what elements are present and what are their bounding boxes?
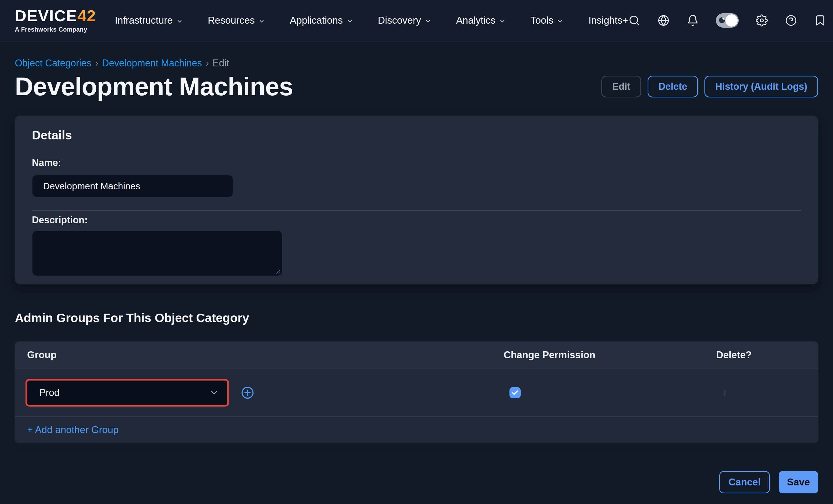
group-select[interactable]: Prod bbox=[27, 381, 228, 405]
globe-icon[interactable] bbox=[658, 14, 670, 27]
breadcrumb-separator: › bbox=[206, 57, 209, 69]
chevron-down-icon bbox=[557, 18, 563, 24]
help-icon[interactable] bbox=[785, 14, 797, 27]
history-audit-logs-button[interactable]: History (Audit Logs) bbox=[705, 76, 818, 97]
navbar-right-icons: A bbox=[628, 10, 833, 30]
menu-tools[interactable]: Tools bbox=[530, 15, 563, 26]
menu-discovery[interactable]: Discovery bbox=[378, 15, 431, 26]
device42-logo[interactable]: DEVICE42 A Freshworks Company bbox=[15, 8, 96, 33]
breadcrumb: Object Categories › Development Machines… bbox=[15, 57, 818, 69]
chevron-down-icon bbox=[209, 388, 219, 398]
cancel-button[interactable]: Cancel bbox=[719, 471, 770, 494]
moon-icon bbox=[718, 16, 726, 24]
delete-button[interactable]: Delete bbox=[648, 76, 698, 97]
menu-insights[interactable]: Insights+ bbox=[588, 15, 628, 26]
chevron-down-icon bbox=[499, 18, 505, 24]
chevron-down-icon bbox=[176, 18, 183, 24]
page-title: Development Machines bbox=[15, 72, 293, 101]
chevron-down-icon bbox=[258, 18, 265, 24]
change-permission-checkbox[interactable] bbox=[509, 387, 521, 398]
column-header-change-permission: Change Permission bbox=[504, 350, 716, 361]
divider bbox=[32, 210, 801, 211]
delete-checkbox[interactable] bbox=[723, 389, 726, 396]
footer-actions: Cancel Save bbox=[15, 471, 818, 494]
main-content: Object Categories › Development Machines… bbox=[0, 57, 833, 494]
table-footer-row: + Add another Group bbox=[15, 417, 818, 443]
top-navbar: DEVICE42 A Freshworks Company Infrastruc… bbox=[0, 0, 833, 42]
admin-groups-table: Group Change Permission Delete? Prod bbox=[15, 341, 818, 443]
title-row: Development Machines Edit Delete History… bbox=[15, 72, 818, 101]
details-card: Details Name: Description: bbox=[15, 116, 818, 284]
chevron-down-icon bbox=[347, 18, 353, 24]
description-textarea[interactable] bbox=[32, 231, 283, 276]
logo-tagline: A Freshworks Company bbox=[15, 26, 96, 33]
group-select-highlight: Prod bbox=[25, 379, 229, 407]
logo-42: 42 bbox=[77, 8, 96, 24]
logo-wordmark: DEVICE42 bbox=[15, 8, 96, 24]
name-label: Name: bbox=[32, 157, 801, 168]
details-heading: Details bbox=[32, 128, 801, 142]
toggle-knob bbox=[725, 14, 738, 27]
menu-applications[interactable]: Applications bbox=[290, 15, 353, 26]
breadcrumb-separator: › bbox=[95, 57, 98, 69]
column-header-group: Group bbox=[15, 350, 504, 361]
breadcrumb-object-categories[interactable]: Object Categories bbox=[15, 57, 91, 69]
menu-analytics[interactable]: Analytics bbox=[456, 15, 505, 26]
menu-resources[interactable]: Resources bbox=[208, 15, 265, 26]
breadcrumb-development-machines[interactable]: Development Machines bbox=[102, 57, 202, 69]
add-group-plus-icon[interactable] bbox=[241, 386, 255, 400]
name-input[interactable] bbox=[32, 175, 233, 197]
breadcrumb-current: Edit bbox=[213, 57, 229, 69]
search-icon[interactable] bbox=[628, 14, 640, 27]
group-select-value: Prod bbox=[39, 387, 60, 398]
notifications-bell-icon[interactable] bbox=[687, 14, 699, 27]
divider bbox=[15, 450, 818, 450]
bookmark-icon[interactable] bbox=[814, 14, 826, 27]
description-label: Description: bbox=[32, 215, 801, 226]
admin-groups-heading: Admin Groups For This Object Category bbox=[15, 311, 818, 325]
theme-toggle[interactable] bbox=[716, 13, 739, 28]
save-button[interactable]: Save bbox=[779, 471, 818, 494]
table-header-row: Group Change Permission Delete? bbox=[15, 341, 818, 369]
logo-text: DEVICE bbox=[15, 8, 77, 24]
add-another-group-link[interactable]: + Add another Group bbox=[27, 424, 119, 435]
menu-infrastructure[interactable]: Infrastructure bbox=[115, 15, 183, 26]
edit-button[interactable]: Edit bbox=[601, 76, 641, 97]
settings-gear-icon[interactable] bbox=[756, 14, 768, 27]
resize-handle[interactable] bbox=[275, 268, 280, 274]
main-menu: Infrastructure Resources Applications Di… bbox=[115, 15, 628, 26]
page-actions: Edit Delete History (Audit Logs) bbox=[601, 76, 818, 97]
chevron-down-icon bbox=[425, 18, 431, 24]
table-row: Prod bbox=[15, 369, 818, 417]
column-header-delete: Delete? bbox=[716, 350, 818, 361]
